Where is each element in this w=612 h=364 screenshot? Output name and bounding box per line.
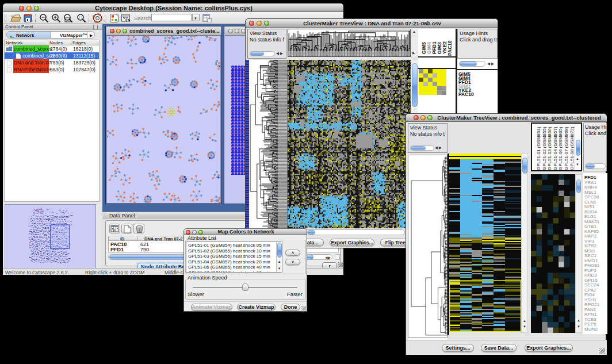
- svg-text:1:1: 1:1: [79, 16, 83, 19]
